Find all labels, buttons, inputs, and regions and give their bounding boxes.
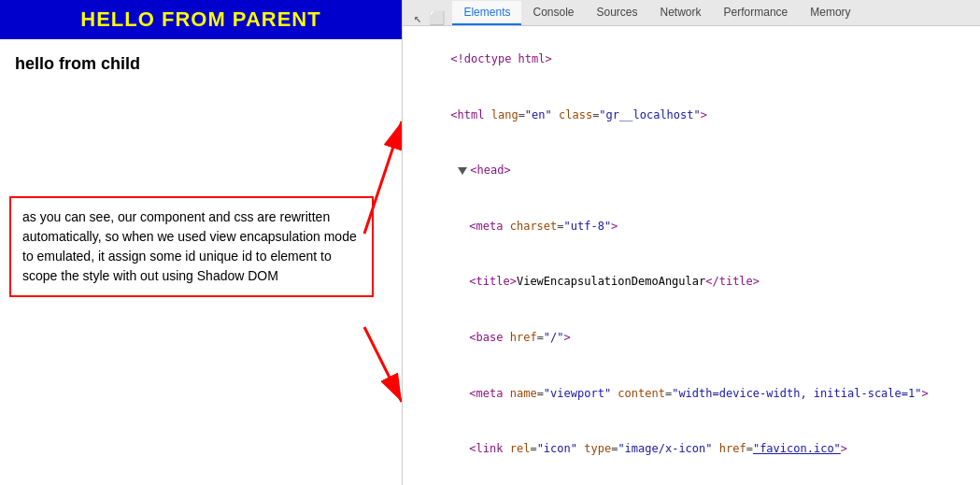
code-meta-viewport: <meta name="viewport" content="width=dev…: [406, 365, 976, 421]
code-meta-charset: <meta charset="utf-8">: [406, 199, 976, 255]
device-icon[interactable]: ⬜: [429, 10, 445, 25]
left-panel: HELLO FROM PARENT hello from child as yo…: [0, 0, 402, 485]
explanation-text: as you can see, our component and css ar…: [22, 209, 357, 283]
cursor-icon[interactable]: ↖: [414, 10, 421, 25]
tab-memory[interactable]: Memory: [799, 1, 861, 25]
explanation-box: as you can see, our component and css ar…: [9, 196, 374, 297]
code-title: <title>ViewEncapsulationDemoAngular</tit…: [406, 254, 976, 310]
child-heading: hello from child: [0, 39, 402, 89]
code-base: <base href="/">: [406, 310, 976, 366]
code-doctype: <!doctype html>: [406, 32, 976, 88]
tab-network[interactable]: Network: [649, 1, 713, 25]
parent-banner: HELLO FROM PARENT: [0, 0, 402, 39]
code-html-tag: <html lang="en" class="gr__localhost">: [406, 88, 976, 144]
svg-line-2: [364, 327, 402, 402]
code-head-open: <head>: [406, 143, 976, 199]
tab-elements[interactable]: Elements: [452, 1, 521, 25]
tab-sources[interactable]: Sources: [586, 1, 649, 25]
tab-console[interactable]: Console: [521, 1, 585, 25]
code-style-collapsed: <style type="text/css">…</style>: [406, 478, 976, 486]
parent-heading: HELLO FROM PARENT: [15, 7, 387, 32]
devtools-content[interactable]: <!doctype html> <html lang="en" class="g…: [403, 26, 980, 485]
devtools-panel: ↖ ⬜ Elements Console Sources Network Per…: [402, 0, 980, 485]
code-link: <link rel="icon" type="image/x-icon" hre…: [406, 421, 976, 478]
tab-performance[interactable]: Performance: [713, 1, 800, 25]
devtools-tabs-bar: ↖ ⬜ Elements Console Sources Network Per…: [403, 0, 980, 26]
